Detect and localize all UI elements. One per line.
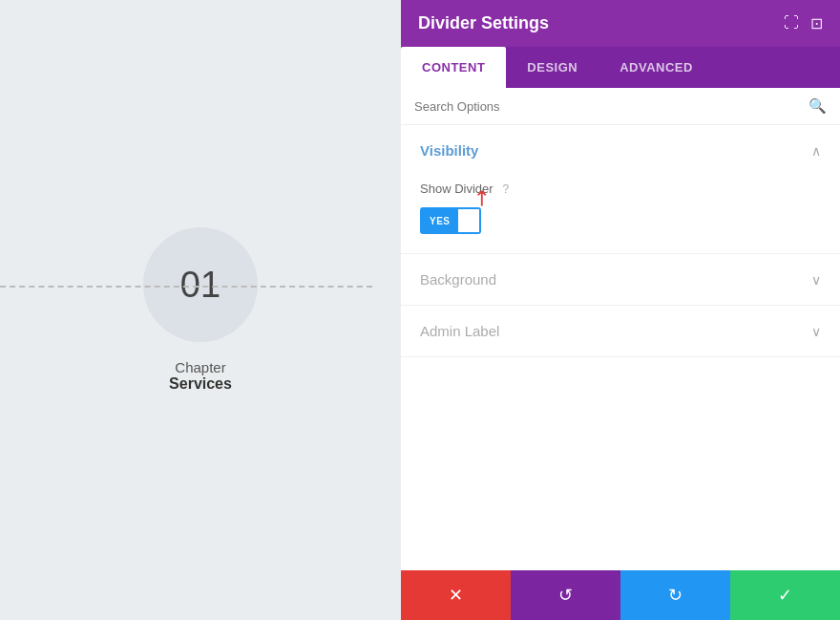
tabs-bar: Content Design Advanced [401,47,840,88]
visibility-section: Visibility ∧ Show Divider ? YES ↗ [401,125,840,254]
admin-label-section-header[interactable]: Admin Label ∨ [401,306,840,356]
left-panel: 01 Chapter Services [0,0,401,620]
divider-line [0,286,372,288]
background-section: Background ∨ [401,254,840,306]
search-icon: 🔍 [808,97,827,115]
visibility-content: Show Divider ? YES ↗ [401,176,840,253]
search-input[interactable] [414,99,801,114]
admin-label-chevron: ∨ [811,324,821,339]
settings-footer: ✕ ↺ ↻ ✓ [401,570,840,620]
settings-content: Visibility ∧ Show Divider ? YES ↗ [401,125,840,570]
settings-title: Divider Settings [418,13,549,33]
tab-advanced[interactable]: Advanced [598,47,714,88]
search-bar: 🔍 [401,88,840,125]
chapter-label: Chapter [175,359,225,375]
fullscreen-icon[interactable]: ⛶ [784,14,799,32]
save-button[interactable]: ✓ [730,570,840,620]
grid-icon[interactable]: ⊡ [810,14,823,32]
help-icon[interactable]: ? [503,182,510,196]
chapter-name: Services [169,375,232,393]
toggle-no-area [458,209,479,232]
header-icons: ⛶ ⊡ [784,14,823,32]
cancel-button[interactable]: ✕ [401,570,511,620]
admin-label-section: Admin Label ∨ [401,306,840,357]
background-title: Background [420,271,496,288]
admin-label-title: Admin Label [420,323,499,339]
visibility-chevron: ∧ [811,143,821,159]
tab-design[interactable]: Design [506,47,598,88]
toggle-yes-label: YES [422,209,458,232]
undo-button[interactable]: ↺ [511,570,620,620]
show-divider-toggle[interactable]: YES [420,207,481,234]
background-section-header[interactable]: Background ∨ [401,254,840,305]
background-chevron: ∨ [811,272,821,288]
visibility-section-header[interactable]: Visibility ∧ [401,125,840,176]
redo-button[interactable]: ↻ [620,570,730,620]
settings-panel: Divider Settings ⛶ ⊡ Content Design Adva… [401,0,840,620]
arrow-container: YES ↗ [420,207,821,234]
visibility-title: Visibility [420,142,478,159]
settings-header: Divider Settings ⛶ ⊡ [401,0,840,47]
tab-content[interactable]: Content [401,47,506,88]
